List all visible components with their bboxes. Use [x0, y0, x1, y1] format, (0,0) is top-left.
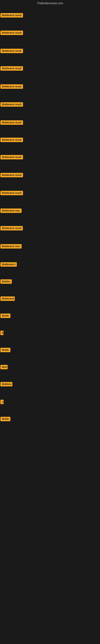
- bottleneck-badge[interactable]: B: [0, 331, 3, 335]
- bottleneck-row: B: [0, 331, 3, 336]
- bottleneck-badge[interactable]: Bott: [0, 365, 8, 369]
- bottleneck-row: Bottleneck resu: [0, 244, 22, 249]
- bottleneck-badge[interactable]: Bottleneck result: [0, 30, 23, 35]
- bottleneck-badge[interactable]: Bottleneck result: [0, 102, 23, 107]
- bottleneck-row: Bottleneck: [0, 296, 15, 302]
- bottleneck-badge[interactable]: Bottle: [0, 417, 10, 421]
- bottleneck-badge[interactable]: Bottleneck resu: [0, 208, 22, 213]
- bottleneck-row: Bottleneck result: [0, 120, 23, 126]
- bottleneck-row: Bottleneck resu: [0, 208, 22, 214]
- bottleneck-row: Bottleneck result: [0, 138, 23, 143]
- bottleneck-badge[interactable]: Bottle: [0, 348, 10, 352]
- bottleneck-badge[interactable]: Bottleneck r: [0, 262, 17, 267]
- bottleneck-row: Bottlen: [0, 279, 12, 284]
- bottleneck-badge[interactable]: Bottleneck result: [0, 173, 23, 177]
- bottleneck-row: Bottle: [0, 314, 10, 319]
- bottleneck-row: Bottleneck result: [0, 191, 23, 196]
- bottleneck-badge[interactable]: Bottleneck resu: [0, 244, 22, 248]
- bottleneck-row: Bottleneck result: [0, 102, 23, 108]
- bottleneck-badge[interactable]: Bottleneck result: [0, 226, 23, 230]
- bottleneck-row: Bottleneck result: [0, 66, 23, 72]
- bottleneck-badge[interactable]: Bottleneck result: [0, 138, 23, 142]
- bottleneck-row: Bottleneck result: [0, 49, 23, 54]
- bottleneck-badge[interactable]: Bottleneck result: [0, 191, 23, 195]
- bottleneck-badge[interactable]: Bottleneck: [0, 296, 15, 301]
- bottleneck-row: Bott: [0, 365, 8, 370]
- site-title: TheBottlenecker.com: [0, 0, 100, 6]
- bottleneck-badge[interactable]: Bottleneck result: [0, 155, 23, 160]
- bottleneck-badge[interactable]: s: [0, 400, 3, 404]
- bottleneck-badge[interactable]: Bottleneck result: [0, 49, 23, 53]
- bottleneck-badge[interactable]: Bottlens: [0, 382, 12, 386]
- bottleneck-row: Bottle: [0, 348, 10, 353]
- bottleneck-row: Bottleneck result: [0, 30, 23, 36]
- bottleneck-badge[interactable]: Bottlen: [0, 279, 12, 284]
- bottleneck-badge[interactable]: Bottleneck result: [0, 84, 23, 89]
- bottleneck-row: Bottleneck result: [0, 155, 23, 160]
- bottleneck-row: Bottlens: [0, 382, 12, 387]
- bottleneck-row: Bottleneck result: [0, 226, 23, 231]
- bottleneck-row: Bottleneck r: [0, 262, 17, 268]
- bottleneck-badge[interactable]: Bottle: [0, 314, 10, 318]
- bottleneck-row: s: [0, 400, 3, 405]
- bottleneck-row: Bottleneck result: [0, 173, 23, 178]
- bottleneck-row: Bottle: [0, 417, 10, 422]
- bottleneck-row: Bottleneck result: [0, 13, 23, 18]
- bottleneck-badge[interactable]: Bottleneck result: [0, 120, 23, 125]
- bottleneck-badge[interactable]: Bottleneck result: [0, 66, 23, 71]
- bottleneck-row: Bottleneck result: [0, 84, 23, 90]
- bottleneck-badge[interactable]: Bottleneck result: [0, 13, 23, 18]
